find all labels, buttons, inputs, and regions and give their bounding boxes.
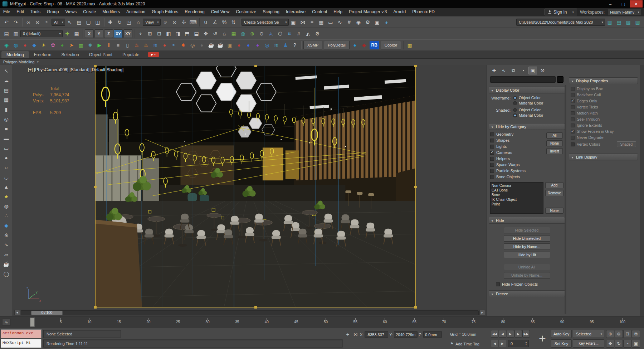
unlink-selection-icon[interactable]: ⊘ (33, 18, 42, 27)
toolbar2-tool-icon-grid-minus[interactable]: ⊟ (155, 29, 164, 38)
display-property-checkbox[interactable]: Show Frozen in Gray (571, 129, 636, 134)
large-plus-icon[interactable] (536, 331, 549, 345)
export-container-icon[interactable]: ▤ (614, 18, 624, 27)
open-container-icon[interactable]: ▧ (624, 18, 633, 27)
menu-item[interactable]: Scripting (259, 8, 283, 16)
pause-sim-icon[interactable]: ‖ (104, 40, 113, 50)
category-list-item[interactable]: CAT Bone (492, 188, 542, 193)
category-list-item[interactable]: Point (492, 202, 542, 207)
toolbar2-tool-icon-add[interactable]: ⊕ (248, 29, 257, 38)
camera-frame-handle[interactable] (414, 65, 417, 67)
ribbon-tab[interactable]: Populate (117, 51, 144, 58)
grid-plugin-icon[interactable]: ▦ (76, 40, 86, 50)
category-list-item[interactable]: Bone (492, 193, 542, 197)
wall-panel-icon[interactable]: ▦ (1, 95, 11, 105)
category-list-item[interactable]: Non-Corona (492, 183, 542, 188)
snowflake-plugin-icon[interactable]: ❄ (86, 40, 95, 50)
menu-item[interactable]: Phoenix FD (409, 8, 438, 16)
slab-primitive-icon[interactable]: ▬ (1, 134, 11, 143)
toolbar2-tool-icon-home[interactable]: ⌂ (220, 29, 229, 38)
menu-item[interactable]: Project Manager v.3 (346, 8, 390, 16)
menu-item[interactable]: Arnold (390, 8, 409, 16)
axis-constraint-button[interactable]: XY (114, 29, 123, 38)
torus-primitive-icon[interactable]: ◯ (1, 269, 11, 278)
star-shape-icon[interactable]: ★ (1, 192, 11, 201)
selection-filter-dropdown[interactable]: All (52, 19, 65, 26)
sphere-red-icon[interactable]: ● (234, 40, 244, 50)
spinner-snap-icon[interactable]: ⇅ (229, 18, 238, 27)
snaps-toggle-icon[interactable]: ∪ (201, 18, 210, 27)
key-filters-button[interactable]: Key Filters... (573, 339, 604, 348)
geosphere-primitive-icon[interactable]: ◍ (1, 202, 11, 211)
liquid-splash-icon[interactable]: ≋ (151, 40, 160, 50)
category-action-button[interactable]: Invert (546, 148, 563, 154)
category-action-button[interactable]: All (546, 132, 563, 139)
toolbar2-tool-icon-gear[interactable]: ⚙ (313, 29, 322, 38)
render-production-icon[interactable]: ◕ (382, 18, 391, 27)
toolbar2-tool-icon-sphere[interactable]: ◍ (238, 29, 248, 38)
bowl-primitive-icon[interactable]: ◡ (1, 173, 11, 182)
zoom-extents-icon[interactable]: ⊡ (623, 330, 631, 338)
display-property-checkbox[interactable]: Edges Only (571, 99, 636, 103)
menu-item[interactable]: Help (330, 8, 346, 16)
time-slider-prev-arrow[interactable]: ◄ (14, 310, 20, 315)
maroon-plugin-icon[interactable]: ◆ (360, 40, 369, 50)
display-color-rollout-header[interactable]: Display Color (489, 87, 565, 93)
play-sim-icon[interactable]: ▶ (95, 40, 104, 50)
select-by-name-icon[interactable]: ▤ (74, 18, 84, 27)
freeze-rollout-header[interactable]: Freeze (489, 290, 565, 297)
window-crossing-icon[interactable]: ◫ (93, 18, 102, 27)
add-time-tag[interactable]: Add Time Tag (450, 341, 479, 346)
pin-plugin-icon[interactable]: ◉ (2, 40, 11, 50)
color-palette-icon[interactable]: ▦ (405, 40, 414, 50)
bomb-icon[interactable]: ● (197, 40, 206, 50)
menu-item[interactable]: Animation (123, 8, 148, 16)
waves-plugin-icon[interactable]: ≋ (272, 40, 281, 50)
select-and-move-icon[interactable]: ✚ (106, 18, 115, 27)
globe-plugin-icon[interactable]: ◍ (11, 40, 20, 50)
axis-constraint-button[interactable]: XY (123, 29, 132, 38)
toggle-layer-explorer-icon[interactable]: ▦ (317, 18, 326, 27)
raindrop-plugin-icon[interactable]: ◆ (30, 40, 39, 50)
menu-item[interactable]: Create (80, 8, 99, 16)
camera-frame-handle[interactable] (254, 306, 257, 309)
key-selection-set-dropdown[interactable]: Selected (573, 330, 604, 338)
ocean-icon[interactable]: ≈ (169, 40, 179, 50)
close-container-icon[interactable]: ▨ (633, 18, 642, 27)
project-folder-dropdown[interactable]: C:\Users\20122\Documents\3ds Max 2020 (516, 19, 605, 26)
camera-frame[interactable] (95, 66, 416, 307)
scene-explorer-icon[interactable]: ▤ (2, 29, 11, 38)
toolbar2-tool-icon-orbit[interactable]: ↺ (210, 29, 220, 38)
crate-icon[interactable]: ▣ (225, 40, 234, 50)
blossom-plugin-icon[interactable]: ✿ (48, 40, 58, 50)
toggle-ribbon-icon[interactable]: ▭ (326, 18, 335, 27)
hide-action-button[interactable]: Unhide All (504, 264, 550, 270)
sign-in-button[interactable]: Sign In (545, 9, 577, 15)
shaded-color-radio[interactable]: Material Color (513, 113, 543, 117)
sphere-purple-icon[interactable]: ● (253, 40, 262, 50)
tree-plugin-icon[interactable]: ♠ (58, 40, 67, 50)
curve-editor-icon[interactable]: ∿ (335, 18, 345, 27)
ribbon-tab[interactable]: Freeform (29, 51, 57, 58)
rb-plugin-icon[interactable]: RB (370, 41, 379, 49)
workspace-dropdown[interactable]: Hosny Fahmy (608, 9, 641, 16)
category-checkbox[interactable]: Bone Objects (490, 175, 526, 179)
hide-action-button[interactable]: Unhide by Name... (504, 272, 550, 278)
category-listbox[interactable]: Non-CoronaCAT BoneBoneIK Chain ObjectPoi… (490, 182, 543, 214)
ribbon-tab[interactable]: Selection (56, 51, 84, 58)
tube-primitive-icon[interactable]: ◎ (1, 115, 11, 124)
rectangular-selection-region-icon[interactable]: ▢ (84, 18, 93, 27)
modify-tab-icon[interactable]: ∿ (499, 67, 508, 74)
select-and-rotate-icon[interactable]: ↻ (115, 18, 124, 27)
sphere-primitive-icon[interactable]: ● (1, 153, 11, 163)
copitor-button[interactable]: Copitor (381, 41, 401, 49)
toolbar2-tool-icon-half-bottom[interactable]: ⬓ (192, 29, 201, 38)
hide-action-button[interactable]: Hide by Name... (504, 243, 550, 250)
list-action-button[interactable]: Add (545, 182, 564, 188)
polydetail-button[interactable]: PolyDetail (324, 41, 350, 49)
ribbon-panel-polygon-modeling[interactable]: Polygon Modeling (0, 59, 644, 65)
hide-by-category-rollout-header[interactable]: Hide by Category (489, 123, 565, 130)
zoom-icon[interactable]: ⊕ (606, 330, 614, 338)
edit-named-selection-sets-icon[interactable]: ▣ (289, 18, 298, 27)
motion-tab-icon[interactable]: ◔ (519, 67, 527, 74)
